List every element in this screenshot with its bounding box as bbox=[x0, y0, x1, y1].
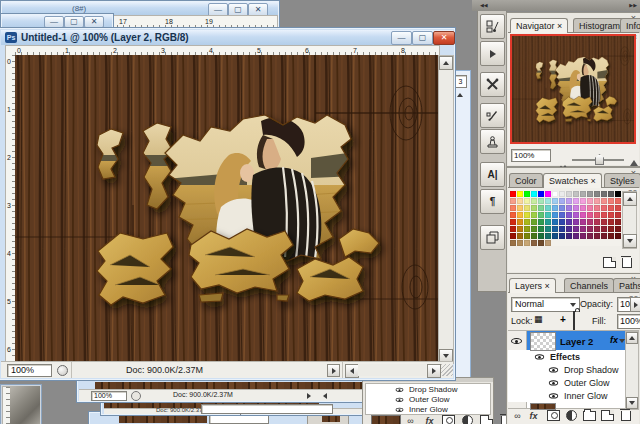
swatch[interactable] bbox=[594, 219, 600, 225]
close-button[interactable]: ✕ bbox=[433, 31, 455, 45]
layer-fx-badge[interactable]: fx bbox=[610, 335, 618, 345]
swatch[interactable] bbox=[608, 191, 614, 197]
swatch[interactable] bbox=[524, 219, 530, 225]
swatch[interactable] bbox=[615, 233, 621, 239]
swatch[interactable] bbox=[601, 198, 607, 204]
scroll-up-button[interactable] bbox=[626, 332, 638, 344]
swatch[interactable] bbox=[601, 205, 607, 211]
swatch[interactable] bbox=[524, 240, 530, 246]
swatch[interactable] bbox=[510, 212, 516, 218]
swatch[interactable] bbox=[580, 212, 586, 218]
tab-channels[interactable]: Channels bbox=[564, 278, 614, 293]
swatch[interactable] bbox=[615, 226, 621, 232]
tab-paths[interactable]: Paths bbox=[613, 278, 640, 293]
swatch[interactable] bbox=[552, 198, 558, 204]
swatch[interactable] bbox=[545, 191, 551, 197]
swatch[interactable] bbox=[566, 212, 572, 218]
swatch[interactable] bbox=[615, 212, 621, 218]
new-group-button[interactable] bbox=[582, 409, 597, 422]
swatch[interactable] bbox=[594, 212, 600, 218]
swatch[interactable] bbox=[566, 219, 572, 225]
swatch[interactable] bbox=[559, 191, 565, 197]
swatch[interactable] bbox=[531, 226, 537, 232]
swatch[interactable] bbox=[531, 205, 537, 211]
swatch[interactable] bbox=[608, 205, 614, 211]
bg-effect-row[interactable]: Inner Glow bbox=[409, 405, 448, 414]
tab-close-icon[interactable]: × bbox=[545, 281, 550, 291]
swatch[interactable] bbox=[552, 233, 558, 239]
cascade2-text-field[interactable] bbox=[201, 404, 333, 414]
delete-swatch-button[interactable] bbox=[619, 256, 634, 269]
zoom-percent-box[interactable]: 100% bbox=[7, 364, 52, 377]
scroll-left-button[interactable] bbox=[345, 364, 359, 378]
tab-styles[interactable]: Styles bbox=[604, 173, 640, 188]
swatch[interactable] bbox=[608, 198, 614, 204]
new-layer-icon[interactable] bbox=[479, 414, 494, 424]
swatch[interactable] bbox=[587, 205, 593, 211]
swatch[interactable] bbox=[573, 212, 579, 218]
swatch[interactable] bbox=[510, 191, 516, 197]
swatch[interactable] bbox=[531, 219, 537, 225]
effects-row[interactable]: Effects bbox=[508, 350, 627, 363]
navigator-zoom-field[interactable]: 100% bbox=[511, 149, 551, 162]
status-flyout-button[interactable] bbox=[327, 364, 340, 377]
swatch[interactable] bbox=[573, 226, 579, 232]
tool-presets-panel-button[interactable] bbox=[480, 72, 505, 97]
swatch[interactable] bbox=[559, 219, 565, 225]
vertical-scrollbar[interactable] bbox=[438, 55, 454, 364]
layer2-thumbnail[interactable] bbox=[530, 332, 556, 351]
swatch[interactable] bbox=[510, 219, 516, 225]
swatch[interactable] bbox=[545, 233, 551, 239]
swatch[interactable] bbox=[566, 198, 572, 204]
swatch[interactable] bbox=[552, 212, 558, 218]
swatch[interactable] bbox=[573, 191, 579, 197]
lock-position-button[interactable]: + bbox=[560, 314, 566, 325]
swatch[interactable] bbox=[517, 212, 523, 218]
swatch[interactable] bbox=[594, 233, 600, 239]
resize-grip[interactable] bbox=[441, 364, 453, 376]
swatch[interactable] bbox=[594, 198, 600, 204]
lock-all-button[interactable] bbox=[573, 312, 575, 330]
document-canvas[interactable] bbox=[15, 55, 438, 361]
swatch[interactable] bbox=[552, 205, 558, 211]
layer-comps-panel-button[interactable] bbox=[480, 225, 505, 250]
effect-row-outer-glow[interactable]: Outer Glow bbox=[508, 376, 627, 389]
delete-layer-button[interactable] bbox=[618, 409, 633, 422]
swatch[interactable] bbox=[587, 191, 593, 197]
add-layer-style-button[interactable]: fx bbox=[526, 409, 541, 422]
swatch[interactable] bbox=[517, 191, 523, 197]
swatch[interactable] bbox=[538, 219, 544, 225]
swatch[interactable] bbox=[587, 226, 593, 232]
swatch[interactable] bbox=[552, 191, 558, 197]
swatch[interactable] bbox=[545, 205, 551, 211]
layer-row-layer2[interactable]: Layer 2 fx bbox=[508, 331, 627, 350]
navigator-proxy-view[interactable] bbox=[512, 36, 634, 142]
tab-swatches[interactable]: Swatches × bbox=[543, 173, 602, 188]
swatch[interactable] bbox=[580, 191, 586, 197]
add-layer-mask-button[interactable] bbox=[546, 409, 561, 422]
swatch[interactable] bbox=[608, 226, 614, 232]
visibility-eye-icon[interactable] bbox=[535, 353, 544, 361]
swatch[interactable] bbox=[587, 212, 593, 218]
swatch[interactable] bbox=[531, 212, 537, 218]
brush-presets-panel-button[interactable] bbox=[480, 14, 505, 39]
visibility-eye-icon[interactable] bbox=[396, 396, 404, 402]
effect-row-drop-shadow[interactable]: Drop Shadow bbox=[508, 363, 627, 376]
actions-panel-button[interactable] bbox=[480, 41, 505, 66]
layers-scrollbar[interactable] bbox=[625, 331, 639, 410]
swatch[interactable] bbox=[594, 191, 600, 197]
swatch[interactable] bbox=[608, 219, 614, 225]
swatch[interactable] bbox=[545, 198, 551, 204]
swatch[interactable] bbox=[545, 212, 551, 218]
swatch[interactable] bbox=[517, 205, 523, 211]
swatch[interactable] bbox=[538, 233, 544, 239]
swatch[interactable] bbox=[531, 198, 537, 204]
scroll-down-button[interactable] bbox=[623, 234, 637, 248]
collapse-dock-right-button[interactable]: ▶▶ bbox=[629, 2, 637, 8]
swatch[interactable] bbox=[510, 233, 516, 239]
swatch[interactable] bbox=[545, 226, 551, 232]
cascade1-zoom-box[interactable]: 100% bbox=[91, 391, 127, 401]
swatch[interactable] bbox=[601, 226, 607, 232]
swatch[interactable] bbox=[573, 205, 579, 211]
layer-name[interactable]: Layer 2 bbox=[560, 336, 593, 347]
